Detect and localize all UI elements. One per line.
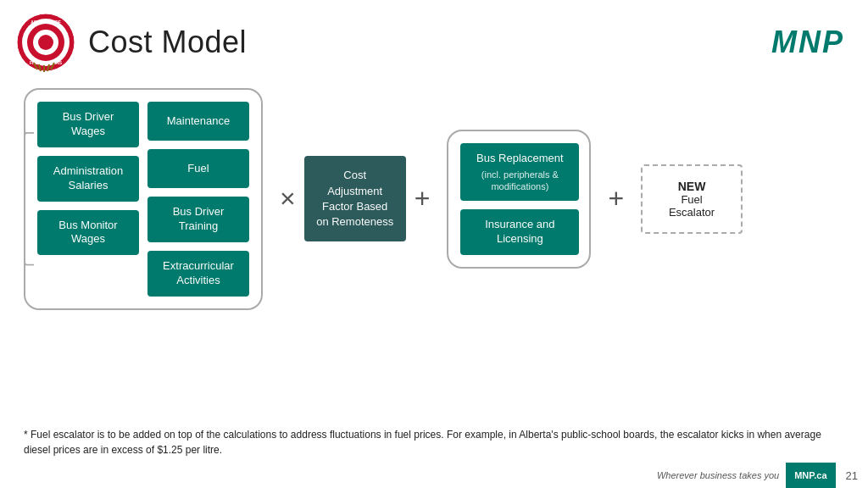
- page-title: Cost Model: [88, 25, 247, 60]
- svg-text:ASSEMBLY OF: ASSEMBLY OF: [31, 19, 61, 25]
- plus-operator-2: +: [599, 183, 632, 214]
- footer-note: * Fuel escalator is to be added on top o…: [24, 427, 844, 458]
- bus-monitor-wages-box: Bus Monitor Wages: [37, 210, 139, 256]
- insurance-licensing-box: Insurance and Licensing: [460, 209, 579, 255]
- diagram-area: Bus Driver Wages Administration Salaries…: [0, 80, 868, 310]
- bus-replacement-box: Bus Replacement (incl. peripherals & mod…: [460, 143, 579, 201]
- multiply-operator: ×: [271, 183, 304, 214]
- fuel-box: Fuel: [147, 149, 249, 188]
- bottom-mnp-logo: MNP.ca: [786, 463, 835, 488]
- left-column-2: Maintenance Fuel Bus Driver Training Ext…: [147, 102, 249, 297]
- cost-adjustment-box: Cost Adjustment Factor Based on Remotene…: [304, 156, 406, 241]
- left-bracket-group: Bus Driver Wages Administration Salaries…: [24, 88, 263, 310]
- header-left: ASSEMBLY OF FIRST NATIONS Cost Model: [15, 12, 247, 73]
- plus-operator-1: +: [406, 183, 439, 214]
- bus-driver-training-box: Bus Driver Training: [147, 197, 249, 242]
- bus-driver-wages-box: Bus Driver Wages: [37, 102, 139, 147]
- tagline: Wherever business takes you: [657, 470, 786, 480]
- left-column-1: Bus Driver Wages Administration Salaries…: [37, 102, 139, 297]
- logo-icon: ASSEMBLY OF FIRST NATIONS: [15, 12, 76, 73]
- bottom-bar: Wherever business takes you MNP.ca 21: [0, 463, 868, 488]
- mnp-logo: MNP: [771, 25, 844, 60]
- fuel-escalator-label: Fuel Escalator: [658, 193, 726, 219]
- header: ASSEMBLY OF FIRST NATIONS Cost Model MNP: [0, 0, 868, 80]
- new-label: NEW: [678, 180, 706, 193]
- right-bracket-group: Bus Replacement (incl. peripherals & mod…: [447, 130, 591, 269]
- page-number: 21: [836, 469, 868, 482]
- maintenance-box: Maintenance: [147, 102, 249, 141]
- fuel-escalator-box: NEW Fuel Escalator: [641, 164, 743, 234]
- svg-point-4: [38, 35, 53, 50]
- extracurricular-box: Extracurricular Activities: [147, 251, 249, 297]
- admin-salaries-box: Administration Salaries: [37, 156, 139, 202]
